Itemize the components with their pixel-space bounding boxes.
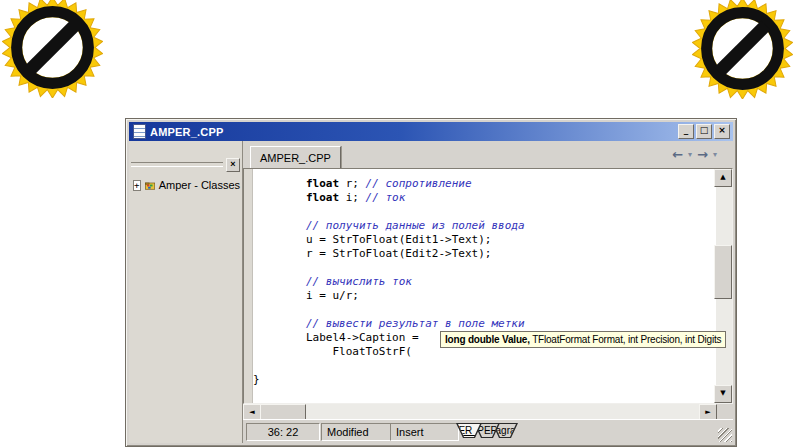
- scrollbar-corner: [717, 404, 733, 420]
- bottom-file-tabs: AMPER_.CPP AMPER_.h Diagram: [456, 423, 518, 439]
- file-tab-strip: AMPER_.CPP ← ▾ → ▾: [243, 141, 733, 168]
- back-icon[interactable]: ←: [672, 148, 683, 161]
- explorer-grip[interactable]: [131, 162, 223, 167]
- code-line: }: [253, 373, 715, 387]
- explorer-header: ×: [131, 158, 240, 171]
- explorer-close-button[interactable]: ×: [226, 158, 240, 172]
- maximize-button[interactable]: □: [696, 124, 712, 139]
- tree-item-amper-classes[interactable]: + Amper - Classes: [133, 177, 240, 193]
- code-lines: float r; // сопротивление float i; // то…: [253, 177, 715, 403]
- code-line: [253, 359, 715, 373]
- tooltip-current-param: long double Value,: [445, 334, 530, 345]
- forward-dropdown-icon[interactable]: ▾: [713, 151, 717, 159]
- code-line: i = u/r;: [253, 289, 715, 303]
- window-title: AMPER_.CPP: [150, 126, 678, 138]
- code-line: [253, 261, 715, 275]
- vertical-scroll-thumb[interactable]: [714, 245, 732, 299]
- code-line: float i; // ток: [253, 191, 715, 205]
- bottom-tab-amper-cpp[interactable]: AMPER_.CPP: [456, 423, 482, 438]
- vertical-scrollbar[interactable]: ▲ ▼: [716, 169, 732, 403]
- cursor-position: 36: 22: [246, 423, 320, 441]
- minimize-button[interactable]: _: [678, 124, 694, 139]
- code-line: float r; // сопротивление: [253, 177, 715, 191]
- screenshot-stage: AMPER_.CPP _ □ × × +: [0, 0, 794, 448]
- code-editor[interactable]: float r; // сопротивление float i; // то…: [243, 168, 733, 404]
- editor-window: AMPER_.CPP _ □ × × +: [125, 118, 737, 447]
- class-explorer-panel: × + Amper - Classes: [129, 141, 243, 443]
- status-bar: 36: 22 Modified Insert AMPER_.CPP AMPER_…: [243, 419, 733, 443]
- tooltip-other-params: TFloatFormat Format, int Precision, int …: [530, 334, 722, 345]
- no-entry-icon: [2, 0, 103, 98]
- resize-grip[interactable]: [718, 428, 732, 442]
- code-line: // вывести результат в поле метки: [253, 317, 715, 331]
- document-icon: [133, 124, 146, 139]
- modified-status: Modified: [321, 423, 394, 441]
- code-hint-tooltip: long double Value, TFloatFormat Format, …: [440, 331, 726, 348]
- classes-folder-icon: [145, 179, 155, 192]
- forward-icon[interactable]: →: [697, 148, 708, 161]
- title-bar[interactable]: AMPER_.CPP _ □ ×: [129, 122, 733, 141]
- code-line: // получить данные из полей ввода: [253, 219, 715, 233]
- tab-amper-cpp[interactable]: AMPER_.CPP: [250, 146, 341, 168]
- scroll-down-icon[interactable]: ▼: [714, 385, 732, 403]
- close-button[interactable]: ×: [714, 124, 730, 139]
- code-line: [253, 303, 715, 317]
- code-line: // вычислить ток: [253, 275, 715, 289]
- insert-mode: Insert: [390, 423, 459, 441]
- back-dropdown-icon[interactable]: ▾: [688, 151, 692, 159]
- code-line: u = StrToFloat(Edit1->Text);: [253, 233, 715, 247]
- editor-pane: AMPER_.CPP ← ▾ → ▾ float r; // сопротивл…: [243, 141, 733, 443]
- browse-nav-buttons: ← ▾ → ▾: [672, 148, 717, 161]
- editor-gutter: [244, 169, 253, 403]
- horizontal-scrollbar[interactable]: ◄ ►: [243, 404, 717, 420]
- no-entry-icon: [692, 0, 793, 99]
- code-line: r = StrToFloat(Edit2->Text);: [253, 247, 715, 261]
- scroll-up-icon[interactable]: ▲: [714, 169, 732, 187]
- code-line: [253, 205, 715, 219]
- tree-item-label: Amper - Classes: [159, 179, 240, 191]
- tree-expand-icon[interactable]: +: [133, 180, 141, 191]
